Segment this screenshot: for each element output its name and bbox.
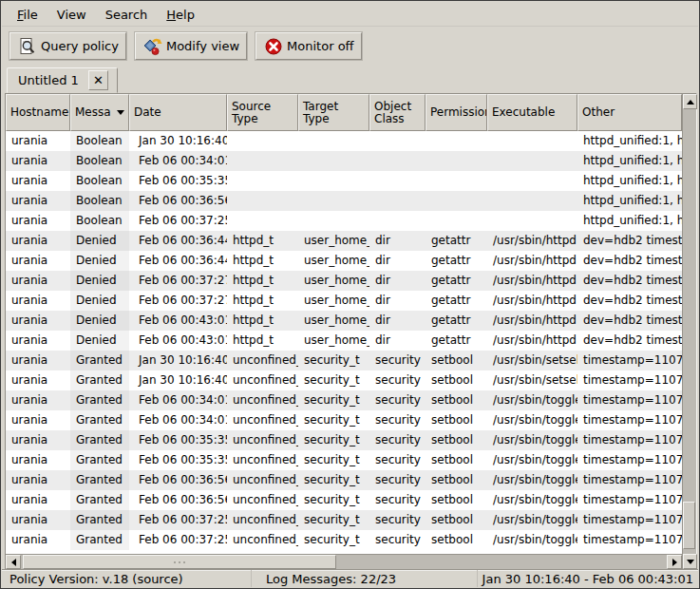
- modify-view-button[interactable]: Modify view: [135, 32, 247, 60]
- left-arrow-icon: [11, 559, 16, 566]
- horizontal-scrollbar-trough[interactable]: [21, 555, 667, 569]
- cell-executable: /usr/sbin/toggle: [487, 530, 577, 550]
- cell-message: Denied: [70, 311, 129, 331]
- menu-search[interactable]: Search: [96, 5, 158, 25]
- table-row[interactable]: uraniaDeniedFeb 06 00:37:27httpd_tuser_h…: [6, 271, 682, 291]
- table-row[interactable]: uraniaGrantedFeb 06 00:35:35unconfined_s…: [6, 430, 682, 450]
- cell-source_type: unconfined_: [227, 410, 298, 430]
- table-row[interactable]: uraniaGrantedFeb 06 00:36:56unconfined_s…: [6, 470, 682, 490]
- table-row[interactable]: uraniaGrantedFeb 06 00:34:01unconfined_s…: [6, 410, 682, 430]
- table-row[interactable]: uraniaGrantedFeb 06 00:37:25unconfined_s…: [6, 510, 682, 530]
- scroll-down-button[interactable]: [683, 554, 697, 569]
- cell-target_type: security_t: [298, 370, 369, 390]
- menu-file[interactable]: File: [8, 5, 47, 25]
- monitor-off-button[interactable]: Monitor off: [255, 32, 361, 60]
- cell-message: Granted: [70, 430, 129, 450]
- horizontal-scrollbar-thumb[interactable]: [23, 555, 336, 569]
- cell-message: Granted: [70, 390, 129, 410]
- cell-hostname: urania: [6, 470, 70, 490]
- cell-executable: /usr/sbin/setseb: [487, 351, 577, 370]
- menu-help[interactable]: Help: [157, 5, 204, 25]
- cell-object_class: security: [369, 530, 426, 550]
- column-header-hostname[interactable]: Hostname: [6, 94, 70, 131]
- cell-hostname: urania: [6, 251, 70, 271]
- table-row[interactable]: uraniaDeniedFeb 06 00:36:44httpd_tuser_h…: [6, 231, 682, 251]
- cell-message: Denied: [70, 291, 129, 311]
- vertical-scrollbar[interactable]: [682, 94, 696, 569]
- cell-other: dev=hdb2 timesta: [577, 311, 682, 331]
- cell-date: Feb 06 00:37:27: [129, 291, 227, 311]
- cell-source_type: unconfined_: [227, 470, 298, 490]
- table-row[interactable]: uraniaBooleanFeb 06 00:35:35httpd_unifie…: [6, 171, 682, 191]
- column-header-source_type[interactable]: Source Type: [227, 94, 298, 131]
- close-icon: ✕: [93, 74, 104, 86]
- cell-object_class: dir: [369, 311, 426, 331]
- cell-target_type: [298, 171, 369, 191]
- cell-hostname: urania: [6, 370, 70, 390]
- cell-other: timestamp=11076: [577, 430, 682, 450]
- column-header-executable[interactable]: Executable: [487, 94, 577, 131]
- table-row[interactable]: uraniaDeniedFeb 06 00:37:27httpd_tuser_h…: [6, 291, 682, 311]
- cell-message: Boolean: [70, 171, 129, 191]
- cell-permission: setbool: [426, 370, 487, 390]
- cell-permission: setbool: [426, 510, 487, 530]
- cell-target_type: security_t: [298, 390, 369, 410]
- cell-other: timestamp=11076: [577, 390, 682, 410]
- cell-source_type: [227, 211, 298, 231]
- table-row[interactable]: uraniaGrantedFeb 06 00:34:01unconfined_s…: [6, 390, 682, 410]
- column-header-message[interactable]: Messa: [70, 94, 129, 131]
- down-arrow-icon: [687, 560, 694, 564]
- cell-executable: /usr/sbin/toggle: [487, 390, 577, 410]
- cell-hostname: urania: [6, 131, 70, 151]
- table-body: uraniaBooleanJan 30 10:16:40httpd_unifie…: [6, 131, 682, 554]
- tab-close-button[interactable]: ✕: [88, 70, 108, 90]
- cell-message: Granted: [70, 370, 129, 390]
- cell-object_class: [369, 211, 426, 231]
- cell-source_type: httpd_t: [227, 311, 298, 331]
- cell-executable: /usr/sbin/toggle: [487, 410, 577, 430]
- cell-date: Feb 06 00:36:56: [129, 470, 227, 490]
- cell-executable: [487, 131, 577, 151]
- scroll-right-button[interactable]: [667, 555, 682, 569]
- table-row[interactable]: uraniaBooleanJan 30 10:16:40httpd_unifie…: [6, 131, 682, 151]
- scroll-up-button[interactable]: [683, 94, 697, 109]
- column-header-permission[interactable]: Permission: [426, 94, 487, 131]
- column-header-other[interactable]: Other: [577, 94, 682, 131]
- cell-permission: getattr: [426, 271, 487, 291]
- vertical-scrollbar-thumb[interactable]: [683, 502, 695, 549]
- cell-permission: getattr: [426, 291, 487, 311]
- cell-source_type: [227, 191, 298, 211]
- table-row[interactable]: uraniaBooleanFeb 06 00:34:01httpd_unifie…: [6, 151, 682, 171]
- scroll-left-button[interactable]: [6, 555, 21, 569]
- table-row[interactable]: uraniaGrantedFeb 06 00:37:25unconfined_s…: [6, 530, 682, 550]
- cell-source_type: httpd_t: [227, 231, 298, 251]
- vertical-scrollbar-trough[interactable]: [683, 109, 696, 554]
- cell-permission: getattr: [426, 231, 487, 251]
- cell-permission: setbool: [426, 470, 487, 490]
- column-header-object_class[interactable]: Object Class: [369, 94, 426, 131]
- table-row[interactable]: uraniaGrantedFeb 06 00:36:56unconfined_s…: [6, 490, 682, 510]
- sort-descending-icon: [117, 110, 124, 115]
- cell-target_type: security_t: [298, 410, 369, 430]
- table-row[interactable]: uraniaGrantedJan 30 10:16:40unconfined_s…: [6, 370, 682, 390]
- column-header-target_type[interactable]: Target Type: [298, 94, 369, 131]
- cell-other: timestamp=11076: [577, 450, 682, 470]
- table-row[interactable]: uraniaBooleanFeb 06 00:36:56httpd_unifie…: [6, 191, 682, 211]
- table-row[interactable]: uraniaBooleanFeb 06 00:37:25httpd_unifie…: [6, 211, 682, 231]
- column-header-label: Hostname: [10, 106, 68, 119]
- cell-message: Granted: [70, 530, 129, 550]
- table-row[interactable]: uraniaDeniedFeb 06 00:43:01httpd_tuser_h…: [6, 311, 682, 331]
- table-row[interactable]: uraniaGrantedJan 30 10:16:40unconfined_s…: [6, 351, 682, 370]
- cell-other: dev=hdb2 timesta: [577, 251, 682, 271]
- table-row[interactable]: uraniaDeniedFeb 06 00:43:01httpd_tuser_h…: [6, 331, 682, 351]
- table-row[interactable]: uraniaDeniedFeb 06 00:36:44httpd_tuser_h…: [6, 251, 682, 271]
- toolbar-button-label: Query policy: [41, 39, 119, 53]
- table-row[interactable]: uraniaGrantedFeb 06 00:35:35unconfined_s…: [6, 450, 682, 470]
- horizontal-scrollbar[interactable]: [6, 554, 682, 569]
- tab-untitled-1[interactable]: Untitled 1 ✕: [7, 67, 118, 93]
- column-header-date[interactable]: Date: [129, 94, 227, 131]
- cell-hostname: urania: [6, 291, 70, 311]
- menu-view[interactable]: View: [47, 5, 96, 25]
- query-policy-button[interactable]: Query policy: [9, 32, 126, 60]
- cell-permission: getattr: [426, 331, 487, 351]
